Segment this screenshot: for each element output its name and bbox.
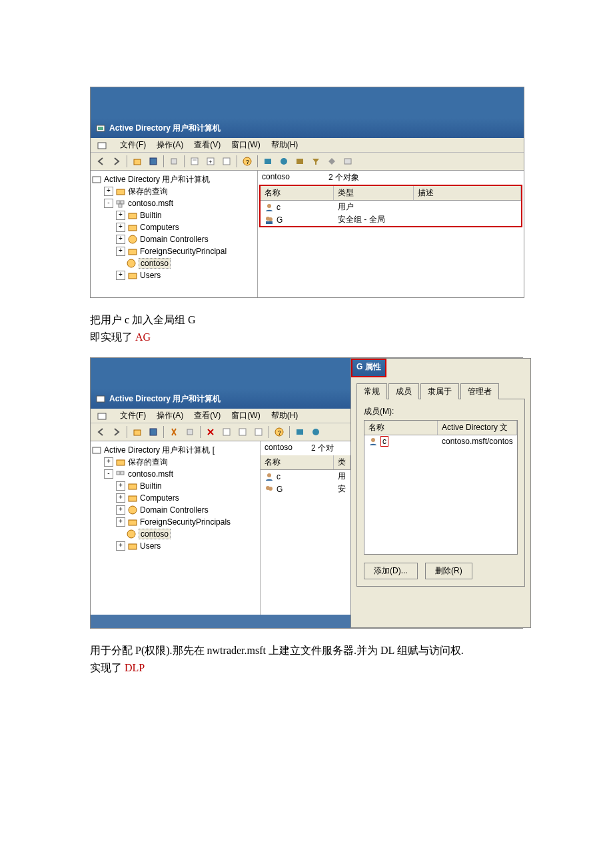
remove-button[interactable]: 删除(R) xyxy=(425,563,472,579)
tree-label: Users xyxy=(140,541,161,551)
menu-file[interactable]: 文件(F) xyxy=(117,410,149,421)
tree-dc[interactable]: +Domain Controllers xyxy=(92,504,259,516)
list-row[interactable]: c 用 xyxy=(261,470,350,483)
toolbar-icon[interactable] xyxy=(340,154,355,169)
toolbar-icon[interactable] xyxy=(293,425,307,439)
tab-memberof[interactable]: 隶属于 xyxy=(420,383,459,399)
tree-fsp[interactable]: + ForeignSecurityPrincipal xyxy=(92,245,256,257)
up-icon[interactable] xyxy=(130,154,145,169)
tree-domain[interactable]: - contoso.msft xyxy=(92,468,259,480)
show-hide-icon[interactable] xyxy=(146,425,161,439)
tab-members[interactable]: 成员 xyxy=(388,383,419,399)
svg-rect-18 xyxy=(117,189,125,195)
col-type[interactable]: 类型 xyxy=(334,186,414,200)
tree-builtin[interactable]: +Builtin xyxy=(92,480,259,492)
forward-icon[interactable] xyxy=(109,425,124,439)
refresh-icon[interactable]: + xyxy=(203,154,218,169)
menu-window[interactable]: 窗口(W) xyxy=(229,139,263,151)
toolbar-icon[interactable] xyxy=(261,154,275,169)
forward-icon[interactable] xyxy=(109,154,124,169)
menu-help[interactable]: 帮助(H) xyxy=(269,410,301,421)
collapse-icon[interactable]: - xyxy=(104,199,113,208)
tree-computers[interactable]: +Computers xyxy=(92,492,259,504)
tree-users[interactable]: + Users xyxy=(92,269,256,281)
expand-icon[interactable]: + xyxy=(104,187,113,196)
expand-icon[interactable]: + xyxy=(116,541,125,551)
app-icon-small xyxy=(95,141,109,150)
properties-icon[interactable] xyxy=(187,154,202,169)
list-row[interactable]: G 安 xyxy=(261,483,350,495)
expand-icon[interactable]: + xyxy=(116,271,125,280)
col-name[interactable]: 名称 xyxy=(261,186,334,200)
col-folder[interactable]: Active Directory 文 xyxy=(438,421,517,435)
tree-fsp[interactable]: +ForeignSecurityPrincipals xyxy=(92,516,259,528)
tree-contoso-ou[interactable]: contoso xyxy=(92,528,259,540)
list-row[interactable]: c 用户 xyxy=(261,201,521,213)
tree-computers[interactable]: + Computers xyxy=(92,221,256,233)
tree-root[interactable]: Active Directory 用户和计算机 [ xyxy=(92,444,259,456)
expand-icon[interactable]: + xyxy=(116,493,125,503)
help-icon[interactable]: ? xyxy=(272,425,287,439)
export-icon[interactable] xyxy=(251,425,266,439)
properties-icon[interactable] xyxy=(219,425,234,439)
expand-icon[interactable]: + xyxy=(104,457,113,467)
menu-file[interactable]: 文件(F) xyxy=(117,139,149,151)
menu-action[interactable]: 操作(A) xyxy=(154,139,186,151)
toolbar-icon[interactable] xyxy=(277,154,291,169)
tree-root[interactable]: Active Directory 用户和计算机 xyxy=(92,173,256,185)
tree-dc[interactable]: + Domain Controllers xyxy=(92,233,256,245)
toolbar-icon[interactable] xyxy=(293,154,307,169)
tree-saved-queries[interactable]: + 保存的查询 xyxy=(92,456,259,468)
svg-rect-5 xyxy=(171,159,177,164)
expand-icon[interactable]: + xyxy=(116,505,125,515)
col-type[interactable]: 类 xyxy=(334,455,350,469)
tree-saved-queries[interactable]: + 保存的查询 xyxy=(92,185,256,197)
list-row[interactable]: G 安全组 - 全局 xyxy=(261,213,521,226)
expand-icon[interactable]: + xyxy=(116,235,125,244)
copy-icon[interactable] xyxy=(167,154,181,169)
toolbar-icon[interactable] xyxy=(324,154,339,169)
expand-icon[interactable]: + xyxy=(116,223,125,232)
up-icon[interactable] xyxy=(130,425,145,439)
copy-icon[interactable] xyxy=(183,425,197,439)
menu-view[interactable]: 查看(V) xyxy=(191,139,223,151)
expand-icon[interactable]: + xyxy=(116,481,125,491)
toolbar-icon[interactable] xyxy=(235,425,250,439)
ou-icon xyxy=(127,259,136,268)
toolbar: ? xyxy=(91,423,350,441)
tree-contoso-ou[interactable]: contoso xyxy=(92,257,256,269)
back-icon[interactable] xyxy=(93,154,108,169)
menu-action[interactable]: 操作(A) xyxy=(154,410,186,421)
menu-help[interactable]: 帮助(H) xyxy=(269,139,301,151)
menu-window[interactable]: 窗口(W) xyxy=(229,410,263,421)
app-icon-small xyxy=(95,411,109,421)
svg-rect-1 xyxy=(98,127,103,130)
tree-users[interactable]: +Users xyxy=(92,540,259,552)
col-name[interactable]: 名称 xyxy=(364,421,438,435)
menu-view[interactable]: 查看(V) xyxy=(191,410,223,421)
domain-icon xyxy=(116,469,125,479)
help-icon[interactable]: ? xyxy=(240,154,255,169)
filter-icon[interactable] xyxy=(308,154,323,169)
toolbar-icon[interactable] xyxy=(308,425,323,439)
tree-builtin[interactable]: + Builtin xyxy=(92,209,256,221)
col-name[interactable]: 名称 xyxy=(261,455,334,469)
cell-name: G xyxy=(277,485,283,494)
expand-icon[interactable]: + xyxy=(116,211,125,220)
tab-general[interactable]: 常规 xyxy=(356,383,387,399)
expand-icon[interactable]: + xyxy=(116,517,125,527)
delete-icon[interactable] xyxy=(203,425,218,439)
expand-icon[interactable]: + xyxy=(116,247,125,256)
add-button[interactable]: 添加(D)... xyxy=(364,563,418,579)
back-icon[interactable] xyxy=(93,425,108,439)
export-icon[interactable] xyxy=(219,154,234,169)
tree-label: contoso.msft xyxy=(128,199,173,208)
tree-domain[interactable]: - contoso.msft xyxy=(92,197,256,209)
cut-icon[interactable] xyxy=(167,425,181,439)
text-line: 实现了 DLP xyxy=(90,659,523,677)
member-row[interactable]: c contoso.msft/contos xyxy=(364,435,517,447)
collapse-icon[interactable]: - xyxy=(104,469,113,479)
tab-managed[interactable]: 管理者 xyxy=(460,383,499,399)
col-desc[interactable]: 描述 xyxy=(414,186,521,200)
show-hide-icon[interactable] xyxy=(146,154,161,169)
